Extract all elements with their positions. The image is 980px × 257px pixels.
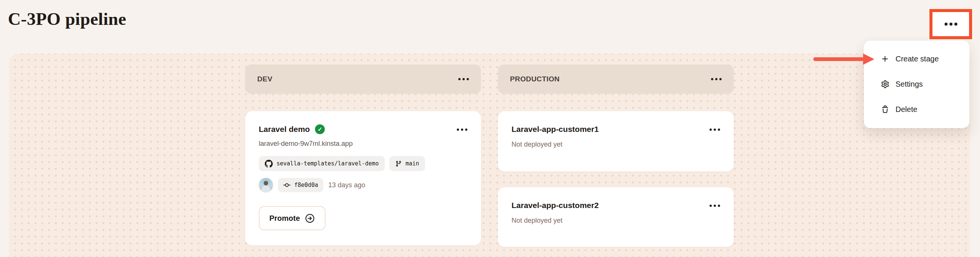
commit-row: f8e0d0a 13 days ago bbox=[259, 178, 468, 192]
stage-header-dev: DEV bbox=[245, 64, 481, 94]
app-name: Laravel demo bbox=[259, 124, 310, 135]
app-card-title-row: Laravel-app-customer1 bbox=[512, 124, 720, 135]
repo-name: sevalla-templates/laravel-demo bbox=[277, 160, 379, 167]
ellipsis-icon bbox=[711, 78, 713, 80]
committer-avatar[interactable] bbox=[259, 178, 273, 192]
ellipsis-icon bbox=[458, 78, 461, 80]
app-card-title-row: Laravel-app-customer2 bbox=[512, 200, 720, 211]
app-card-menu-button[interactable] bbox=[456, 126, 468, 133]
pipeline-board: DEV Laravel demo ✓ laravel-demo-9w7ml.ki… bbox=[9, 54, 970, 257]
app-card-menu-button[interactable] bbox=[709, 126, 721, 133]
branch-badge[interactable]: main bbox=[389, 156, 425, 171]
annotation-highlight-box bbox=[929, 9, 972, 39]
repo-badges: sevalla-templates/laravel-demo main bbox=[259, 156, 468, 171]
stage-column-dev: DEV Laravel demo ✓ laravel-demo-9w7ml.ki… bbox=[245, 64, 481, 257]
github-icon bbox=[265, 160, 273, 168]
pipeline-context-menu: Create stage Settings Delete bbox=[864, 41, 969, 128]
commit-icon bbox=[283, 182, 290, 189]
page-title: C-3PO pipeline bbox=[8, 8, 126, 30]
pipeline-menu-button[interactable] bbox=[944, 21, 958, 28]
check-circle-icon: ✓ bbox=[315, 124, 325, 134]
app-name: Laravel-app-customer1 bbox=[512, 124, 599, 135]
promote-button[interactable]: Promote bbox=[259, 206, 326, 230]
pipeline-page: C-3PO pipeline DEV Laravel demo ✓ larave… bbox=[0, 0, 980, 257]
deploy-time: 13 days ago bbox=[328, 181, 365, 189]
app-card-customer1[interactable]: Laravel-app-customer1 Not deployed yet bbox=[498, 111, 734, 171]
stage-menu-button[interactable] bbox=[458, 76, 469, 82]
commit-badge[interactable]: f8e0d0a bbox=[278, 178, 323, 192]
repo-badge[interactable]: sevalla-templates/laravel-demo bbox=[259, 156, 385, 171]
ellipsis-icon bbox=[710, 205, 712, 207]
stage-column-production: PRODUCTION Laravel-app-customer1 Not dep… bbox=[498, 64, 734, 257]
commit-hash: f8e0d0a bbox=[294, 182, 318, 189]
menu-item-label: Create stage bbox=[896, 55, 939, 63]
deploy-status: Not deployed yet bbox=[512, 217, 720, 225]
stage-header-production: PRODUCTION bbox=[498, 64, 734, 94]
plus-icon bbox=[881, 55, 889, 63]
app-card-customer2[interactable]: Laravel-app-customer2 Not deployed yet bbox=[498, 187, 734, 247]
app-card-menu-button[interactable] bbox=[709, 202, 721, 209]
app-name: Laravel-app-customer2 bbox=[512, 200, 599, 211]
app-card-laravel-demo[interactable]: Laravel demo ✓ laravel-demo-9w7ml.kinsta… bbox=[245, 111, 481, 245]
app-card-title-row: Laravel demo ✓ bbox=[259, 124, 468, 135]
menu-item-settings[interactable]: Settings bbox=[864, 71, 969, 97]
arrow-right-circle-icon bbox=[305, 213, 315, 224]
menu-item-label: Delete bbox=[896, 105, 917, 114]
ellipsis-icon bbox=[457, 128, 459, 131]
ellipsis-icon bbox=[945, 22, 948, 25]
menu-item-create-stage[interactable]: Create stage bbox=[864, 46, 969, 71]
gear-icon bbox=[881, 80, 889, 88]
stage-menu-button[interactable] bbox=[710, 76, 722, 82]
app-domain[interactable]: laravel-demo-9w7ml.kinsta.app bbox=[259, 140, 468, 148]
promote-label: Promote bbox=[269, 214, 300, 223]
annotation-arrow bbox=[813, 54, 874, 65]
menu-item-delete[interactable]: Delete bbox=[864, 97, 969, 122]
stage-name: DEV bbox=[257, 75, 272, 83]
stage-name: PRODUCTION bbox=[510, 75, 560, 83]
ellipsis-icon bbox=[710, 128, 712, 131]
branch-icon bbox=[395, 160, 402, 167]
trash-icon bbox=[881, 106, 889, 113]
menu-item-label: Settings bbox=[896, 80, 923, 89]
branch-name: main bbox=[406, 160, 419, 167]
deploy-status: Not deployed yet bbox=[512, 141, 720, 149]
